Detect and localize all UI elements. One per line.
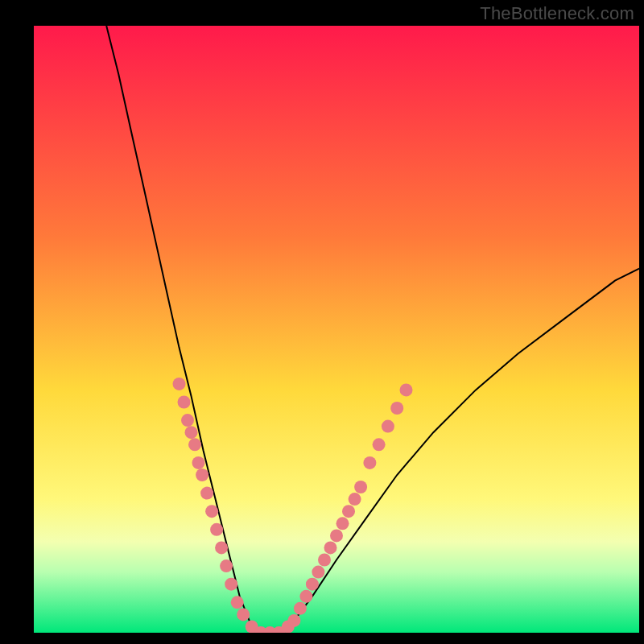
data-marker — [215, 541, 228, 554]
data-marker — [324, 541, 337, 554]
data-marker — [185, 426, 198, 439]
data-marker — [390, 402, 403, 415]
data-marker — [306, 578, 319, 591]
data-marker — [299, 590, 312, 603]
data-marker — [231, 596, 244, 609]
data-marker — [312, 566, 324, 579]
data-marker — [373, 438, 386, 451]
data-marker — [318, 554, 331, 567]
data-marker — [237, 608, 250, 621]
bottleneck-chart — [0, 0, 644, 644]
data-marker — [294, 602, 307, 615]
chart-stage: TheBottleneck.com — [0, 0, 644, 644]
data-marker — [342, 505, 355, 518]
data-marker — [349, 493, 361, 506]
watermark-text: TheBottleneck.com — [480, 3, 634, 24]
data-marker — [225, 578, 237, 591]
data-marker — [363, 456, 376, 469]
data-marker — [188, 438, 201, 451]
data-marker — [382, 420, 394, 433]
data-marker — [400, 383, 413, 396]
data-marker — [220, 559, 233, 572]
data-marker — [287, 614, 300, 627]
data-marker — [196, 469, 208, 481]
data-marker — [354, 481, 367, 493]
data-marker — [200, 487, 213, 500]
data-marker — [205, 505, 218, 518]
data-marker — [210, 523, 223, 536]
data-marker — [181, 414, 194, 427]
data-marker — [336, 517, 349, 530]
data-marker — [330, 529, 343, 542]
data-marker — [173, 378, 186, 390]
data-marker — [192, 456, 205, 469]
data-marker — [178, 396, 191, 409]
